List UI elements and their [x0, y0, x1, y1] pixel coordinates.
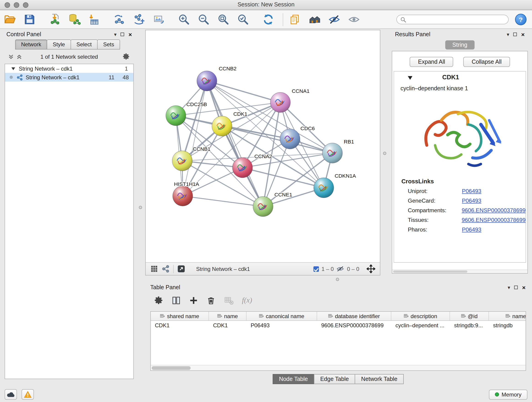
function-builder-icon[interactable]: f(x)	[242, 296, 252, 304]
import-table-icon[interactable]	[88, 13, 100, 26]
column-header[interactable]: shared name	[151, 312, 209, 320]
crosslink-value[interactable]: P06493	[462, 188, 481, 194]
network-node-ccnb1[interactable]	[172, 151, 192, 171]
network-node-cdk1[interactable]	[212, 116, 232, 136]
grid-icon[interactable]	[150, 265, 158, 273]
zoom-in-icon[interactable]	[178, 13, 190, 26]
splitter-handle[interactable]	[383, 152, 386, 155]
import-network-icon[interactable]	[49, 13, 61, 26]
eye-hidden-icon[interactable]	[328, 13, 341, 26]
crosslink-value[interactable]: P06493	[462, 197, 481, 204]
collapse-all-button[interactable]: Collapse All	[463, 57, 510, 67]
image-export-icon[interactable]	[152, 13, 165, 26]
table-cell[interactable]: stringdb	[489, 322, 526, 328]
columns-icon[interactable]	[171, 295, 181, 305]
documents-icon[interactable]	[289, 13, 301, 26]
zoom-fit-icon[interactable]	[217, 13, 230, 26]
float-panel-icon[interactable]: ▾	[507, 32, 509, 37]
houses-icon[interactable]	[308, 13, 321, 26]
tab-network-table[interactable]: Network Table	[355, 374, 404, 384]
tab-edge-table[interactable]: Edge Table	[314, 374, 355, 384]
memory-button[interactable]: Memory	[489, 389, 527, 400]
crosslink-value[interactable]: 9606.ENSP00000378699	[462, 217, 526, 223]
table-cell[interactable]: stringdb:9...	[450, 322, 489, 328]
table-cell[interactable]: CDK1	[151, 322, 209, 328]
close-panel-icon[interactable]: ×	[128, 32, 132, 37]
network-node-ccne1[interactable]	[253, 196, 273, 217]
maximize-panel-icon[interactable]	[513, 32, 517, 36]
node-entry-header[interactable]: CDK1	[394, 71, 526, 83]
network-edge	[207, 81, 263, 206]
table-gear-icon[interactable]	[154, 295, 164, 305]
warning-button[interactable]	[22, 389, 34, 400]
network-new-icon[interactable]	[133, 13, 145, 26]
column-header[interactable]: @id	[450, 312, 489, 320]
table-cell[interactable]: P06493	[247, 322, 317, 328]
scrollbar-thumb[interactable]	[152, 366, 191, 370]
tab-node-table[interactable]: Node Table	[273, 374, 314, 384]
network-node-rb1[interactable]	[322, 143, 342, 163]
search-box[interactable]	[396, 15, 509, 24]
column-header[interactable]: name	[209, 312, 247, 320]
refresh-icon[interactable]	[262, 13, 274, 26]
tab-style[interactable]: Style	[47, 39, 71, 50]
crosslink-value[interactable]: P06493	[462, 226, 481, 233]
table-cell[interactable]: CDK1	[209, 322, 247, 328]
table-row[interactable]: CDK1CDK1P064939606.ENSP00000378699cyclin…	[151, 321, 526, 330]
network-collection-row[interactable]: String Network – cdk1 1	[5, 64, 133, 73]
float-panel-icon[interactable]: ▾	[508, 285, 510, 290]
tab-string[interactable]: String	[445, 40, 475, 50]
network-node-cdkn1a[interactable]	[314, 178, 334, 198]
table-cell[interactable]: cyclin–dependent ...	[391, 322, 450, 328]
results-scrollbar[interactable]	[392, 269, 527, 273]
network-row[interactable]: String Network – cdk1 11 48	[5, 73, 133, 82]
scrollbar-thumb[interactable]	[393, 270, 468, 273]
network-node-ccna1[interactable]	[270, 92, 291, 113]
expand-all-button[interactable]: Expand All	[410, 57, 453, 67]
maximize-panel-icon[interactable]	[514, 286, 518, 289]
network-node-ccna2[interactable]	[233, 158, 253, 178]
collapse-icon[interactable]	[12, 67, 15, 70]
trash-icon[interactable]	[206, 295, 216, 305]
column-header[interactable]: canonical name	[247, 312, 317, 320]
selection-checkbox-icon[interactable]	[313, 266, 319, 272]
table-cell[interactable]: 9606.ENSP00000378699	[317, 322, 391, 328]
network-canvas[interactable]: CCNB2CCNA1CDC25BCDK1CDC6RB1CCNB1CCNA2CDK…	[145, 30, 380, 275]
tab-network[interactable]: Network	[15, 39, 47, 50]
cloud-button[interactable]	[5, 389, 17, 400]
zoom-out-icon[interactable]	[197, 13, 210, 26]
network-node-ccnb2[interactable]	[197, 71, 217, 91]
column-header[interactable]: database identifier	[317, 312, 391, 320]
network-node-hist1h1a[interactable]	[173, 186, 193, 206]
column-header[interactable]: description	[391, 312, 450, 320]
table-scrollbar[interactable]	[151, 365, 526, 370]
floppy-save-icon[interactable]	[23, 13, 36, 26]
node-count: 11	[109, 74, 114, 80]
maximize-panel-icon[interactable]	[121, 32, 124, 36]
close-panel-icon[interactable]: ×	[521, 32, 525, 37]
open-in-new-icon[interactable]	[177, 265, 185, 273]
network-arrows-icon[interactable]	[113, 13, 126, 26]
zoom-selected-icon[interactable]	[237, 13, 249, 26]
network-node-cdc25b[interactable]	[166, 106, 186, 126]
float-panel-icon[interactable]: ▾	[114, 32, 117, 37]
network-node-cdc6[interactable]	[280, 129, 300, 149]
crosslink-value[interactable]: 9606.ENSP00000378699	[462, 207, 526, 213]
tab-sets[interactable]: Sets	[97, 39, 120, 50]
folder-open-icon[interactable]	[4, 13, 16, 26]
splitter-handle[interactable]	[139, 206, 142, 209]
column-header[interactable]: namespace	[489, 312, 526, 320]
pan-crosshair-icon[interactable]	[367, 264, 375, 273]
tab-select[interactable]: Select	[70, 39, 98, 50]
hidden-eye-icon[interactable]	[336, 265, 344, 273]
eye-visible-icon[interactable]	[348, 13, 360, 26]
close-panel-icon[interactable]: ×	[522, 284, 526, 290]
gear-icon[interactable]	[122, 53, 130, 61]
help-button[interactable]: ?	[515, 14, 526, 25]
import-database-icon[interactable]	[68, 13, 81, 26]
search-input[interactable]	[408, 17, 505, 22]
string-share-icon[interactable]	[162, 265, 170, 273]
add-column-icon[interactable]	[189, 295, 198, 305]
network-graph[interactable]: CCNB2CCNA1CDC25BCDK1CDC6RB1CCNB1CCNA2CDK…	[146, 30, 380, 262]
splitter-handle[interactable]	[336, 278, 339, 281]
